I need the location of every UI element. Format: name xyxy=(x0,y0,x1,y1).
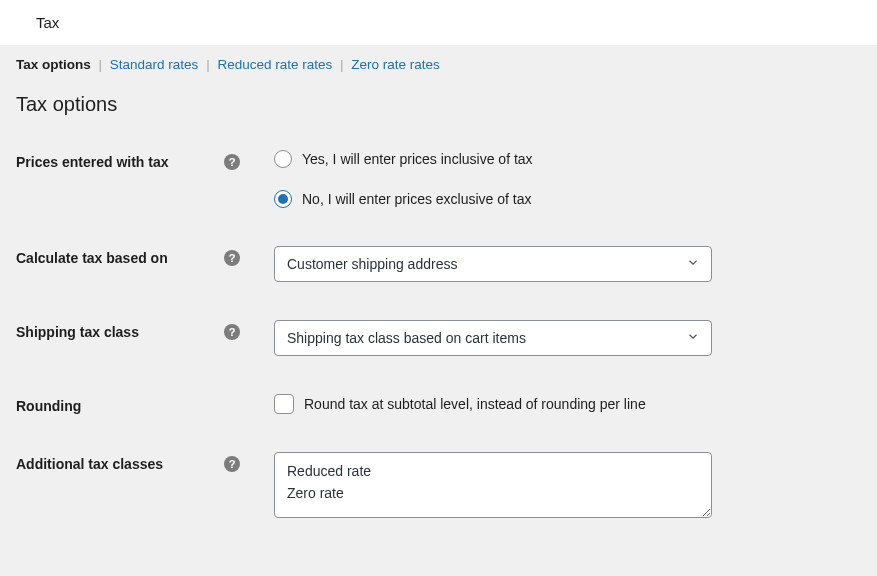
select-shipping-tax-class[interactable]: Shipping tax class based on cart items xyxy=(274,320,712,356)
help-icon[interactable]: ? xyxy=(224,456,240,472)
label-prices-entered-with-tax: Prices entered with tax ? xyxy=(16,150,246,170)
radio-row-yes: Yes, I will enter prices inclusive of ta… xyxy=(274,150,861,168)
checkbox-rounding[interactable] xyxy=(274,394,294,414)
checkbox-row-rounding: Round tax at subtotal level, instead of … xyxy=(274,394,861,414)
select-value: Customer shipping address xyxy=(287,256,457,272)
label-calc-tax-based-on: Calculate tax based on ? xyxy=(16,246,246,266)
subtabs: Tax options | Standard rates | Reduced r… xyxy=(0,45,877,83)
control-calc-tax-based-on: Customer shipping address xyxy=(246,246,861,282)
control-additional-tax-classes xyxy=(246,452,861,521)
control-shipping-tax-class: Shipping tax class based on cart items xyxy=(246,320,861,356)
label-text: Rounding xyxy=(16,398,81,414)
row-shipping-tax-class: Shipping tax class ? Shipping tax class … xyxy=(16,320,861,356)
label-text: Calculate tax based on xyxy=(16,250,168,266)
tab-separator: | xyxy=(340,57,344,72)
radio-label-no[interactable]: No, I will enter prices exclusive of tax xyxy=(302,191,532,207)
help-icon[interactable]: ? xyxy=(224,154,240,170)
radio-prices-yes[interactable] xyxy=(274,150,292,168)
page-header-title: Tax xyxy=(36,14,59,31)
row-rounding: Rounding ? Round tax at subtotal level, … xyxy=(16,394,861,414)
label-rounding: Rounding ? xyxy=(16,394,246,414)
label-text: Shipping tax class xyxy=(16,324,139,340)
tab-tax-options[interactable]: Tax options xyxy=(16,57,91,72)
row-additional-tax-classes: Additional tax classes ? xyxy=(16,452,861,521)
radio-prices-no[interactable] xyxy=(274,190,292,208)
row-calc-tax-based-on: Calculate tax based on ? Customer shippi… xyxy=(16,246,861,282)
radio-label-yes[interactable]: Yes, I will enter prices inclusive of ta… xyxy=(302,151,533,167)
content-area: Tax options Prices entered with tax ? Ye… xyxy=(0,83,877,569)
tab-zero-rate-rates[interactable]: Zero rate rates xyxy=(351,57,440,72)
tab-separator: | xyxy=(99,57,103,72)
checkbox-label-rounding[interactable]: Round tax at subtotal level, instead of … xyxy=(304,396,646,412)
select-value: Shipping tax class based on cart items xyxy=(287,330,526,346)
tab-separator: | xyxy=(206,57,210,72)
select-calc-tax-based-on[interactable]: Customer shipping address xyxy=(274,246,712,282)
label-additional-tax-classes: Additional tax classes ? xyxy=(16,452,246,472)
help-icon[interactable]: ? xyxy=(224,250,240,266)
tab-reduced-rate-rates[interactable]: Reduced rate rates xyxy=(217,57,332,72)
radio-row-no: No, I will enter prices exclusive of tax xyxy=(274,190,861,208)
textarea-additional-tax-classes[interactable] xyxy=(274,452,712,518)
label-text: Prices entered with tax xyxy=(16,154,169,170)
row-prices-entered-with-tax: Prices entered with tax ? Yes, I will en… xyxy=(16,150,861,208)
header-bar: Tax xyxy=(0,0,877,45)
page-title: Tax options xyxy=(16,93,861,116)
control-prices-entered-with-tax: Yes, I will enter prices inclusive of ta… xyxy=(246,150,861,208)
tab-standard-rates[interactable]: Standard rates xyxy=(110,57,199,72)
label-text: Additional tax classes xyxy=(16,456,163,472)
label-shipping-tax-class: Shipping tax class ? xyxy=(16,320,246,340)
control-rounding: Round tax at subtotal level, instead of … xyxy=(246,394,861,414)
help-icon[interactable]: ? xyxy=(224,324,240,340)
